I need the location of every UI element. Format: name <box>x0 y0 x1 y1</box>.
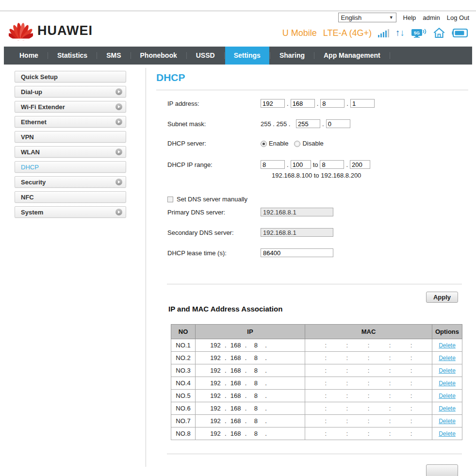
delete-link[interactable]: Delete <box>439 367 456 374</box>
ip-octet-slot[interactable]: 192 <box>206 430 225 437</box>
dhcp-server-label: DHCP server: <box>167 140 261 147</box>
ip-octet-slot[interactable]: 8 <box>246 392 265 399</box>
ip-octet-slot[interactable]: 168 <box>227 367 245 374</box>
carrier-name: U Mobile <box>282 28 317 38</box>
ip-octet-1[interactable] <box>261 99 285 108</box>
dhcp-server-row: DHCP server: EnableDisable <box>167 140 329 147</box>
huawei-flower-icon <box>9 20 33 41</box>
ip-octet-slot[interactable]: 192 <box>206 367 225 374</box>
language-select[interactable]: English ▼ <box>338 13 396 22</box>
ip-octet-slot[interactable]: 8 <box>246 354 265 361</box>
ip-octet-slot[interactable]: 8 <box>246 342 265 349</box>
dns-manual-row: Set DNS server manually <box>167 196 247 203</box>
colon-separator: : <box>368 354 370 361</box>
nav-separator <box>131 52 131 59</box>
sidebar-item-vpn[interactable]: VPN <box>15 131 126 143</box>
ip-octet-slot[interactable]: 168 <box>227 392 245 399</box>
ip-octet-slot[interactable]: 8 <box>246 367 265 374</box>
sidebar-item-wi-fi-extender[interactable]: Wi-Fi Extender <box>15 101 126 113</box>
ip-octet-slot[interactable]: 168 <box>227 354 245 361</box>
range-start-octet-3[interactable] <box>261 160 285 169</box>
delete-link[interactable]: Delete <box>439 430 456 437</box>
nav-item-app-management[interactable]: App Management <box>315 47 389 65</box>
subnet-octet-4[interactable] <box>326 119 350 128</box>
dhcp-server-radio-enable[interactable] <box>261 141 267 147</box>
sidebar-item-nfc[interactable]: NFC <box>15 191 126 203</box>
dot-separator: . <box>265 392 267 399</box>
sidebar-item-label: System <box>21 209 43 216</box>
sidebar-item-system[interactable]: System <box>15 206 126 218</box>
ip-octet-slot[interactable]: 168 <box>227 417 245 425</box>
sidebar-item-quick-setup[interactable]: Quick Setup <box>15 71 126 82</box>
ip-octet-slot[interactable]: 192 <box>206 354 225 361</box>
primary-dns-input[interactable] <box>261 208 333 216</box>
ip-octet-slot[interactable]: 8 <box>246 405 265 412</box>
ip-octet-2[interactable] <box>291 99 315 108</box>
lease-time-label: DHCP lease time (s): <box>167 249 261 257</box>
nav-item-phonebook[interactable]: Phonebook <box>131 47 186 65</box>
nav-item-statistics[interactable]: Statistics <box>49 47 96 65</box>
ip-octet-slot[interactable]: 168 <box>227 342 245 349</box>
lease-time-input[interactable] <box>261 248 333 257</box>
ip-octet-slot[interactable]: 8 <box>246 417 265 425</box>
row-options-cell: Delete <box>432 377 462 390</box>
secondary-dns-row: Secondary DNS server: <box>167 228 333 237</box>
delete-link[interactable]: Delete <box>439 393 456 399</box>
range-end-octet-3[interactable] <box>320 160 344 169</box>
utility-bar: English ▼ Help admin Log Out <box>338 13 469 22</box>
bottom-partial-button[interactable] <box>426 464 458 476</box>
nav-separator <box>314 52 314 59</box>
ip-octet-slot[interactable]: 192 <box>206 342 225 349</box>
sidebar-item-label: Quick Setup <box>21 73 58 81</box>
ip-octet-slot[interactable]: 168 <box>227 430 245 437</box>
ip-octet-slot[interactable]: 192 <box>206 405 225 412</box>
sidebar-item-dial-up[interactable]: Dial-up <box>15 86 126 98</box>
chevron-right-icon <box>115 103 122 110</box>
row-mac-cell: ::::: <box>305 377 432 390</box>
sidebar-item-ethernet[interactable]: Ethernet <box>15 116 126 128</box>
chevron-down-icon: ▼ <box>389 15 394 20</box>
delete-link[interactable]: Delete <box>439 405 456 412</box>
lease-time-row: DHCP lease time (s): <box>167 248 333 257</box>
table-row: NO.4192.168.8.:::::Delete <box>171 377 462 390</box>
language-select-value: English <box>341 14 362 21</box>
ip-octet-4[interactable] <box>350 99 375 108</box>
dns-manual-checkbox[interactable] <box>167 197 173 202</box>
ip-octet-3[interactable] <box>320 99 345 108</box>
row-options-cell: Delete <box>432 415 462 427</box>
subnet-octet-3[interactable] <box>296 119 320 128</box>
ip-octet-slot[interactable]: 168 <box>227 379 245 387</box>
subnet-static-octets: 255 . 255 . <box>261 120 290 128</box>
help-link[interactable]: Help <box>403 14 416 21</box>
sidebar-item-wlan[interactable]: WLAN <box>15 146 126 158</box>
ip-octet-slot[interactable]: 8 <box>246 379 265 387</box>
secondary-dns-input[interactable] <box>261 228 333 237</box>
nav-item-home[interactable]: Home <box>11 47 47 65</box>
col-header-mac: MAC <box>305 325 432 339</box>
nav-item-sharing[interactable]: Sharing <box>271 47 313 65</box>
ip-octet-slot[interactable]: 168 <box>227 405 245 412</box>
ip-octet-slot[interactable]: 192 <box>206 417 225 425</box>
apply-button[interactable]: Apply <box>426 292 458 303</box>
colon-separator: : <box>389 392 391 399</box>
admin-link[interactable]: admin <box>423 14 440 21</box>
delete-link[interactable]: Delete <box>439 380 456 387</box>
nav-item-sms[interactable]: SMS <box>98 47 130 65</box>
delete-link[interactable]: Delete <box>439 342 456 349</box>
range-end-octet-4[interactable] <box>350 160 370 169</box>
dot-separator: . <box>287 161 289 168</box>
delete-link[interactable]: Delete <box>439 418 456 425</box>
dhcp-server-radio-disable[interactable] <box>294 141 300 147</box>
nav-item-settings[interactable]: Settings <box>225 47 269 65</box>
ip-octet-slot[interactable]: 192 <box>206 379 225 387</box>
sidebar-item-security[interactable]: Security <box>15 176 126 188</box>
sidebar-item-dhcp[interactable]: DHCP <box>15 161 126 173</box>
ip-octet-slot[interactable]: 8 <box>246 430 265 437</box>
colon-separator: : <box>346 405 348 412</box>
row-number: NO.2 <box>171 352 196 364</box>
ip-octet-slot[interactable]: 192 <box>206 392 225 399</box>
logout-link[interactable]: Log Out <box>447 14 469 21</box>
nav-item-ussd[interactable]: USSD <box>187 47 224 65</box>
delete-link[interactable]: Delete <box>439 355 456 361</box>
range-start-octet-4[interactable] <box>291 160 311 169</box>
